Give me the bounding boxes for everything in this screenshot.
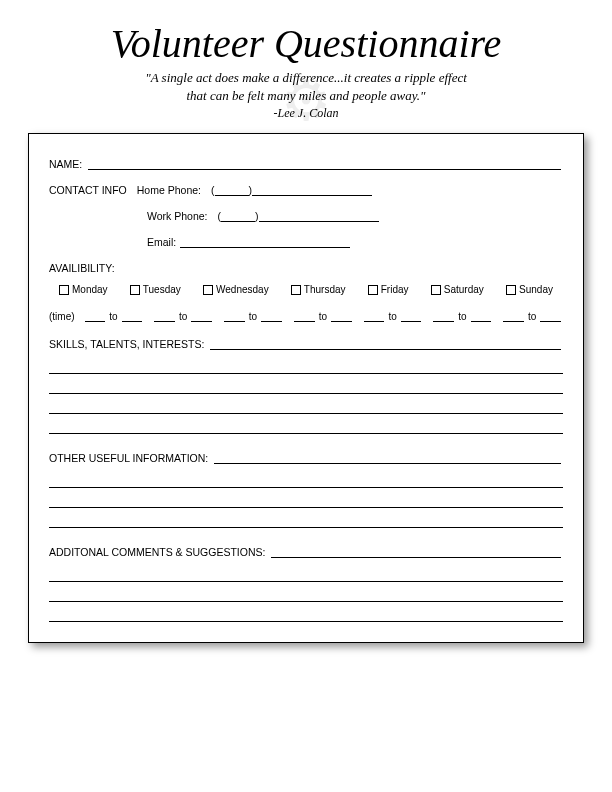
- checkbox-icon[interactable]: [431, 285, 441, 295]
- quote-line1: "A single act does make a difference...i…: [28, 69, 584, 87]
- time-slot[interactable]: to: [152, 311, 214, 322]
- skills-label: SKILLS, TALENTS, INTERESTS:: [49, 338, 204, 350]
- ruled-line[interactable]: [49, 508, 563, 528]
- work-phone-label: Work Phone:: [147, 210, 208, 222]
- time-slot[interactable]: to: [431, 311, 493, 322]
- additional-input-line[interactable]: [271, 557, 561, 558]
- name-label: NAME:: [49, 158, 82, 170]
- contact-label: CONTACT INFO: [49, 184, 127, 196]
- home-phone-number[interactable]: [252, 195, 372, 196]
- time-slot[interactable]: to: [83, 311, 145, 322]
- additional-row: ADDITONAL COMMENTS & SUGGESTIONS:: [49, 546, 563, 558]
- other-input-line[interactable]: [214, 463, 561, 464]
- ruled-line[interactable]: [49, 354, 563, 374]
- time-row: (time) to to to to to to to: [49, 311, 563, 322]
- time-slot[interactable]: to: [501, 311, 563, 322]
- ruled-line[interactable]: [49, 394, 563, 414]
- other-label: OTHER USEFUL INFORMATION:: [49, 452, 208, 464]
- ruled-line[interactable]: [49, 374, 563, 394]
- day-sunday[interactable]: Sunday: [506, 284, 553, 295]
- email-label: Email:: [147, 236, 176, 248]
- checkbox-icon[interactable]: [203, 285, 213, 295]
- contact-home-phone-row: CONTACT INFO Home Phone: ( ): [49, 184, 563, 196]
- ruled-line[interactable]: [49, 562, 563, 582]
- additional-label: ADDITONAL COMMENTS & SUGGESTIONS:: [49, 546, 265, 558]
- home-phone-label: Home Phone:: [137, 184, 201, 196]
- availability-label: AVAILIBILITY:: [49, 262, 563, 274]
- day-tuesday[interactable]: Tuesday: [130, 284, 181, 295]
- email-row: Email:: [49, 236, 563, 248]
- checkbox-icon[interactable]: [506, 285, 516, 295]
- checkbox-icon[interactable]: [130, 285, 140, 295]
- day-thursday[interactable]: Thursday: [291, 284, 346, 295]
- other-info-row: OTHER USEFUL INFORMATION:: [49, 452, 563, 464]
- home-phone-area[interactable]: [215, 195, 249, 196]
- ruled-line[interactable]: [49, 582, 563, 602]
- quote-attribution: -Lee J. Colan: [28, 106, 584, 121]
- day-friday[interactable]: Friday: [368, 284, 409, 295]
- time-label: (time): [49, 311, 75, 322]
- quote-line2: that can be felt many miles and people a…: [28, 87, 584, 105]
- work-phone-number[interactable]: [259, 221, 379, 222]
- name-field[interactable]: NAME:: [49, 158, 563, 170]
- work-phone-row: Work Phone: ( ): [49, 210, 563, 222]
- checkbox-icon[interactable]: [59, 285, 69, 295]
- day-monday[interactable]: Monday: [59, 284, 108, 295]
- name-input-line[interactable]: [88, 169, 561, 170]
- page-title: Volunteer Questionnaire: [28, 20, 584, 67]
- email-input[interactable]: [180, 247, 350, 248]
- ruled-line[interactable]: [49, 602, 563, 622]
- time-slot[interactable]: to: [362, 311, 424, 322]
- skills-input-line[interactable]: [210, 349, 561, 350]
- ruled-line[interactable]: [49, 468, 563, 488]
- day-wednesday[interactable]: Wednesday: [203, 284, 269, 295]
- time-slot[interactable]: to: [292, 311, 354, 322]
- skills-row: SKILLS, TALENTS, INTERESTS:: [49, 338, 563, 350]
- checkbox-icon[interactable]: [368, 285, 378, 295]
- form-container: NAME: CONTACT INFO Home Phone: ( ) Work …: [28, 133, 584, 643]
- day-checkbox-row: Monday Tuesday Wednesday Thursday Friday…: [49, 284, 563, 295]
- day-saturday[interactable]: Saturday: [431, 284, 484, 295]
- ruled-line[interactable]: [49, 488, 563, 508]
- checkbox-icon[interactable]: [291, 285, 301, 295]
- work-phone-area[interactable]: [221, 221, 255, 222]
- time-slot[interactable]: to: [222, 311, 284, 322]
- ruled-line[interactable]: [49, 414, 563, 434]
